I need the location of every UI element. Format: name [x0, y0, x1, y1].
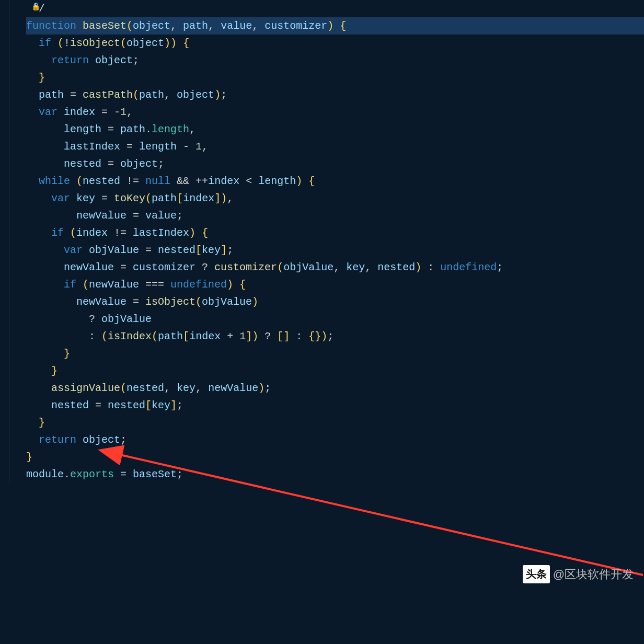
- code-line: }: [26, 69, 644, 86]
- code-line: }: [26, 345, 644, 362]
- code-line: newValue = value;: [26, 207, 644, 224]
- code-content[interactable]: */ function baseSet(object, path, value,…: [16, 0, 644, 483]
- watermark: 头条 @区块软件开发: [523, 565, 634, 584]
- watermark-handle: @区块软件开发: [553, 565, 634, 584]
- editor-gutter: [0, 0, 10, 483]
- code-line: if (newValue === undefined) {: [26, 276, 644, 293]
- code-line: */: [26, 0, 644, 17]
- code-line: return object;: [26, 52, 644, 69]
- lock-icon: 🔒: [31, 1, 40, 13]
- code-line: module.exports = baseSet;: [26, 466, 644, 483]
- code-line: nested = nested[key];: [26, 397, 644, 414]
- code-line: return object;: [26, 431, 644, 448]
- code-line: var index = -1,: [26, 104, 644, 121]
- code-line: nested = object;: [26, 155, 644, 172]
- code-editor[interactable]: 🔒 */ function baseSet(object, path, valu…: [0, 0, 644, 483]
- code-line: if (index != lastIndex) {: [26, 224, 644, 242]
- code-line-highlighted: function baseSet(object, path, value, cu…: [26, 17, 644, 34]
- code-line: while (nested != null && ++index < lengt…: [26, 172, 644, 190]
- code-line: }: [26, 414, 644, 431]
- code-line: assignValue(nested, key, newValue);: [26, 380, 644, 397]
- code-line: var objValue = nested[key];: [26, 242, 644, 259]
- code-line: newValue = customizer ? customizer(objVa…: [26, 259, 644, 276]
- code-line: lastIndex = length - 1,: [26, 138, 644, 155]
- code-line: var key = toKey(path[index]),: [26, 190, 644, 207]
- code-line: }: [26, 448, 644, 466]
- code-line: newValue = isObject(objValue): [26, 293, 644, 310]
- code-line: ? objValue: [26, 310, 644, 328]
- watermark-label: 头条: [523, 565, 550, 583]
- code-line: }: [26, 362, 644, 380]
- code-line: if (!isObject(object)) {: [26, 34, 644, 52]
- code-line: path = castPath(path, object);: [26, 86, 644, 104]
- code-line: length = path.length,: [26, 121, 644, 138]
- code-line: : (isIndex(path[index + 1]) ? [] : {});: [26, 328, 644, 345]
